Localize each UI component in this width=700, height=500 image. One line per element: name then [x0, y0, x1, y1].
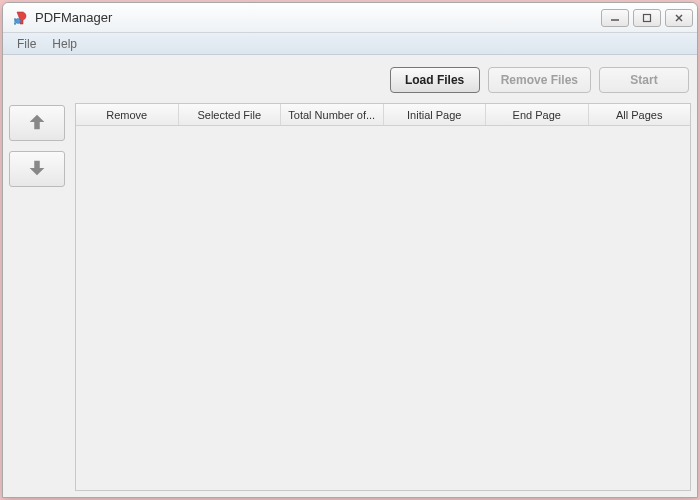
remove-files-button[interactable]: Remove Files [488, 67, 591, 93]
col-remove[interactable]: Remove [76, 104, 179, 125]
main-area: Remove Selected File Total Number of... … [9, 103, 691, 491]
col-all-pages[interactable]: All Pages [589, 104, 691, 125]
window-title: PDFManager [35, 10, 597, 25]
menu-file[interactable]: File [9, 35, 44, 53]
app-window: PDFManager File Help Load Files Remove F… [2, 2, 698, 498]
arrow-down-icon [26, 157, 48, 182]
toolbar: Load Files Remove Files Start [9, 61, 691, 103]
menu-help[interactable]: Help [44, 35, 85, 53]
minimize-button[interactable] [601, 9, 629, 27]
load-files-button[interactable]: Load Files [390, 67, 480, 93]
svg-rect-2 [644, 14, 651, 21]
files-table: Remove Selected File Total Number of... … [75, 103, 691, 491]
menubar: File Help [3, 33, 697, 55]
content-area: Load Files Remove Files Start Remove Sel… [3, 55, 697, 497]
table-header: Remove Selected File Total Number of... … [76, 104, 690, 126]
reorder-controls [9, 103, 69, 491]
col-initial-page[interactable]: Initial Page [384, 104, 487, 125]
move-up-button[interactable] [9, 105, 65, 141]
col-end-page[interactable]: End Page [486, 104, 589, 125]
start-button[interactable]: Start [599, 67, 689, 93]
table-body [76, 126, 690, 490]
col-total-pages[interactable]: Total Number of... [281, 104, 384, 125]
app-icon [13, 10, 29, 26]
titlebar: PDFManager [3, 3, 697, 33]
maximize-button[interactable] [633, 9, 661, 27]
svg-point-0 [16, 18, 21, 23]
close-button[interactable] [665, 9, 693, 27]
col-selected-file[interactable]: Selected File [179, 104, 282, 125]
arrow-up-icon [26, 111, 48, 136]
move-down-button[interactable] [9, 151, 65, 187]
